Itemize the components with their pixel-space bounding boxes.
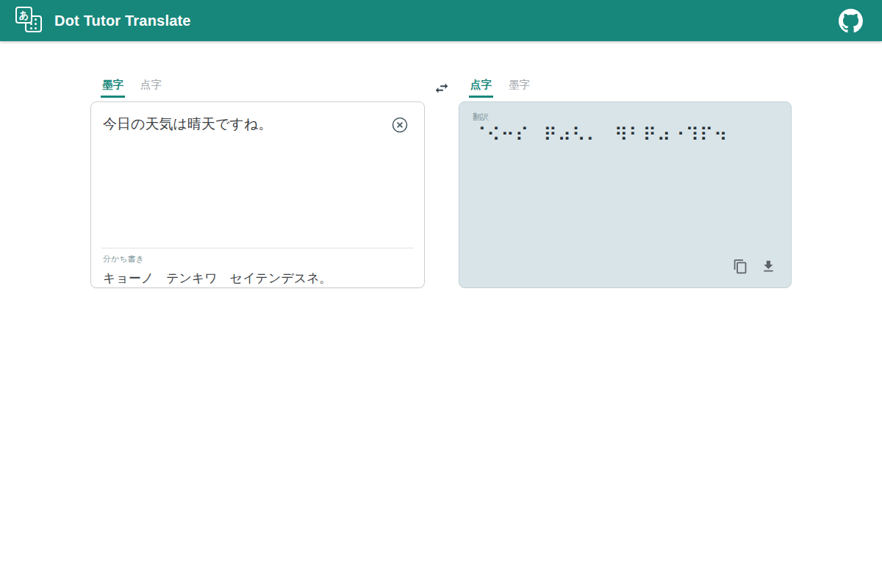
swap-horizontal-icon [434,80,450,96]
input-panel: 墨字 点字 今日の天気は晴天ですね。 分かち書き キョーノ テンキワ セイテンデ… [90,76,425,288]
translate-workspace: 墨字 点字 今日の天気は晴天ですね。 分かち書き キョーノ テンキワ セイテンデ… [90,76,792,288]
page-title: Dot Tutor Translate [54,12,191,29]
swap-direction-button[interactable] [434,80,450,96]
copy-button[interactable] [732,258,748,274]
swap-column [425,76,459,288]
github-icon [839,9,863,33]
tab-output-sumiji[interactable]: 墨字 [507,76,531,98]
clear-input-button[interactable] [390,115,409,135]
input-text[interactable]: 今日の天気は晴天ですね。 [103,114,382,135]
output-tabs: 点字 墨字 [459,76,792,98]
input-text-area[interactable]: 今日の天気は晴天ですね。 [91,102,424,248]
tab-output-tenji[interactable]: 点字 [469,76,493,98]
github-link[interactable] [838,8,863,33]
download-button[interactable] [760,258,776,274]
copy-icon [733,259,748,274]
output-card: 翻訳 ⠈⠪⠒⠎⠀⠟⠴⠣⠄⠀⠻⠃⠟⠴⠐⠹⠏⠲ [459,101,792,288]
tab-input-sumiji[interactable]: 墨字 [101,76,125,98]
tab-input-tenji[interactable]: 点字 [139,76,163,98]
logo-kana-char: あ [19,9,29,22]
output-actions [732,258,776,274]
braille-output-text: ⠈⠪⠒⠎⠀⠟⠴⠣⠄⠀⠻⠃⠟⠴⠐⠹⠏⠲ [473,124,778,146]
clear-circle-icon [391,116,409,134]
output-panel: 点字 墨字 翻訳 ⠈⠪⠒⠎⠀⠟⠴⠣⠄⠀⠻⠃⠟⠴⠐⠹⠏⠲ [459,76,792,288]
download-icon [761,259,776,274]
wakachigaki-section: 分かち書き キョーノ テンキワ セイテンデスネ。 [91,248,424,287]
logo-kana-square-icon: あ [15,7,32,24]
input-card: 今日の天気は晴天ですね。 分かち書き キョーノ テンキワ セイテンデスネ。 [90,101,425,288]
wakachigaki-text: キョーノ テンキワ セイテンデスネ。 [103,270,412,287]
wakachigaki-label: 分かち書き [103,254,412,265]
app-logo-icon: あ [15,5,45,36]
translation-label: 翻訳 [473,112,778,123]
app-header: あ Dot Tutor Translate [0,0,882,41]
input-tabs: 墨字 点字 [90,76,425,98]
